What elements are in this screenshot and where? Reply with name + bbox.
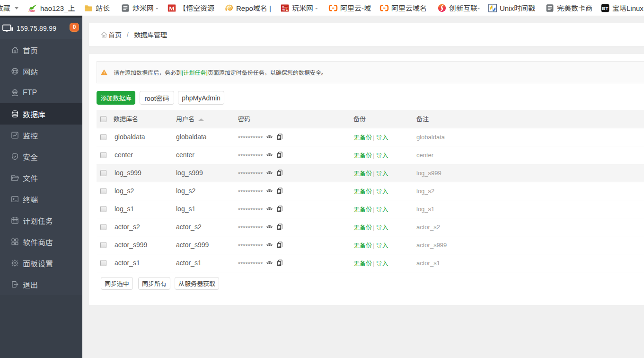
backup-separator: | <box>373 134 374 141</box>
row-checkbox[interactable] <box>100 224 106 230</box>
password-mask: ********** <box>238 207 263 214</box>
sidebar-item[interactable]: 文件 <box>0 167 82 188</box>
sidebar-item[interactable]: 监控 <box>0 125 82 146</box>
cell-backup: 无备份|导入 <box>353 218 416 236</box>
col-header-user[interactable]: 用户名 <box>176 110 238 128</box>
bookmark-item[interactable]: 完美数卡商 <box>545 0 592 16</box>
copy-password-icon[interactable] <box>277 170 282 177</box>
bookmark-item[interactable]: hao123_上 <box>28 0 75 16</box>
bookmark-item[interactable]: 【悟空资源 <box>167 0 214 16</box>
show-password-icon[interactable] <box>266 170 273 175</box>
bookmark-label: 【悟空资源 <box>179 3 214 13</box>
row-checkbox[interactable] <box>100 170 106 176</box>
bookmark-item[interactable]: 玩米网 - <box>280 0 318 16</box>
bookmark-favicon <box>84 3 93 13</box>
bookmark-item[interactable]: 炒米网 - <box>121 0 158 16</box>
show-password-icon[interactable] <box>266 242 273 247</box>
backup-status-link[interactable]: 无备份 <box>353 134 372 141</box>
backup-status-link[interactable]: 无备份 <box>353 242 372 249</box>
col-header-backup[interactable]: 备份 <box>353 110 416 128</box>
row-checkbox[interactable] <box>100 134 106 140</box>
copy-password-icon[interactable] <box>277 242 282 249</box>
import-link[interactable]: 导入 <box>376 152 388 159</box>
sidebar-item-icon <box>10 109 19 118</box>
bookmark-item[interactable]: Repo域名 | <box>224 0 271 16</box>
backup-status-link[interactable]: 无备份 <box>353 152 372 159</box>
copy-password-icon[interactable] <box>277 188 282 195</box>
sync-selected-button[interactable]: 同步选中 <box>101 277 133 290</box>
sidebar-item[interactable]: 终端 <box>0 188 82 210</box>
show-password-icon[interactable] <box>266 134 273 139</box>
import-link[interactable]: 导入 <box>376 170 388 177</box>
fetch-from-server-button[interactable]: 从服务器获取 <box>175 277 219 290</box>
copy-password-icon[interactable] <box>277 206 282 213</box>
sidebar-item[interactable]: FTP <box>0 82 82 103</box>
server-ip: 159.75.89.99 <box>17 25 56 32</box>
password-mask: ********** <box>238 243 263 250</box>
add-database-button[interactable]: 添加数据库 <box>97 91 135 105</box>
backup-status-link[interactable]: 无备份 <box>353 188 372 195</box>
sidebar-item[interactable]: 面板设置 <box>0 252 82 274</box>
bookmark-item[interactable]: 宝塔Linux <box>600 0 644 16</box>
sidebar-item-label: 网站 <box>23 66 38 77</box>
breadcrumb-home[interactable]: 首页 <box>108 30 122 39</box>
import-link[interactable]: 导入 <box>376 206 388 213</box>
backup-status-link[interactable]: 无备份 <box>353 206 372 213</box>
bookmark-item[interactable]: 收藏 <box>0 0 18 16</box>
row-checkbox[interactable] <box>100 242 106 248</box>
root-password-button[interactable]: root密码 <box>140 91 174 105</box>
sidebar-item[interactable]: 网站 <box>0 61 82 82</box>
bookmark-item[interactable]: 阿里云-域 <box>328 0 371 16</box>
show-password-icon[interactable] <box>266 152 273 157</box>
cell-backup: 无备份|导入 <box>353 254 416 272</box>
bookmark-item[interactable]: 阿里云域名 <box>379 0 427 16</box>
password-wrap: ********** <box>238 134 353 141</box>
cell-username: log_s2 <box>176 182 238 200</box>
bookmark-item[interactable]: Unix时间戳 <box>488 0 535 16</box>
show-password-icon[interactable] <box>266 206 273 211</box>
bookmark-label: Unix时间戳 <box>500 3 535 13</box>
notice-cron-link[interactable]: [计划任务] <box>182 70 208 76</box>
import-link[interactable]: 导入 <box>376 188 388 195</box>
cell-database-name: actor_s1 <box>114 254 176 272</box>
sync-all-button[interactable]: 同步所有 <box>138 277 170 290</box>
sidebar-item-label: 文件 <box>23 172 38 184</box>
col-header-name[interactable]: 数据库名 <box>114 110 176 128</box>
sidebar-item[interactable]: 退出 <box>0 274 82 295</box>
sidebar-item[interactable]: 计划任务 <box>0 210 82 231</box>
sidebar-item[interactable]: 安全 <box>0 146 82 167</box>
copy-password-icon[interactable] <box>277 224 282 231</box>
sidebar-item[interactable]: 数据库 <box>0 103 82 125</box>
show-password-icon[interactable] <box>266 224 273 229</box>
row-checkbox[interactable] <box>100 188 106 194</box>
bookmark-item[interactable]: 站长 <box>84 0 110 16</box>
sidebar-item[interactable]: 软件商店 <box>0 231 82 252</box>
phpmyadmin-button[interactable]: phpMyAdmin <box>178 91 224 105</box>
backup-status-link[interactable]: 无备份 <box>353 224 372 231</box>
show-password-icon[interactable] <box>266 260 273 265</box>
copy-password-icon[interactable] <box>277 152 282 159</box>
sidebar-item[interactable]: 首页 <box>0 39 82 61</box>
show-password-icon[interactable] <box>266 188 273 193</box>
import-link[interactable]: 导入 <box>376 242 388 249</box>
message-count-badge[interactable]: 0 <box>70 23 79 32</box>
bookmark-label: 阿里云-域 <box>340 3 371 13</box>
sidebar-item-icon <box>10 280 19 289</box>
col-header-note[interactable]: 备注 <box>416 110 644 128</box>
sidebar-item-label: 首页 <box>23 45 38 56</box>
import-link[interactable]: 导入 <box>376 134 388 141</box>
row-checkbox[interactable] <box>100 206 106 212</box>
col-header-password[interactable]: 密码 <box>238 110 353 128</box>
copy-password-icon[interactable] <box>277 260 282 267</box>
select-all-checkbox[interactable] <box>100 116 106 122</box>
row-checkbox[interactable] <box>100 260 106 266</box>
bookmark-item[interactable]: 创新互联- <box>437 0 480 16</box>
backup-status-link[interactable]: 无备份 <box>353 260 372 267</box>
row-checkbox[interactable] <box>100 152 106 158</box>
import-link[interactable]: 导入 <box>376 260 388 267</box>
cell-username: actor_s1 <box>176 254 238 272</box>
copy-password-icon[interactable] <box>277 134 282 141</box>
password-mask: ********** <box>238 135 263 142</box>
import-link[interactable]: 导入 <box>376 224 388 231</box>
backup-status-link[interactable]: 无备份 <box>353 170 372 177</box>
